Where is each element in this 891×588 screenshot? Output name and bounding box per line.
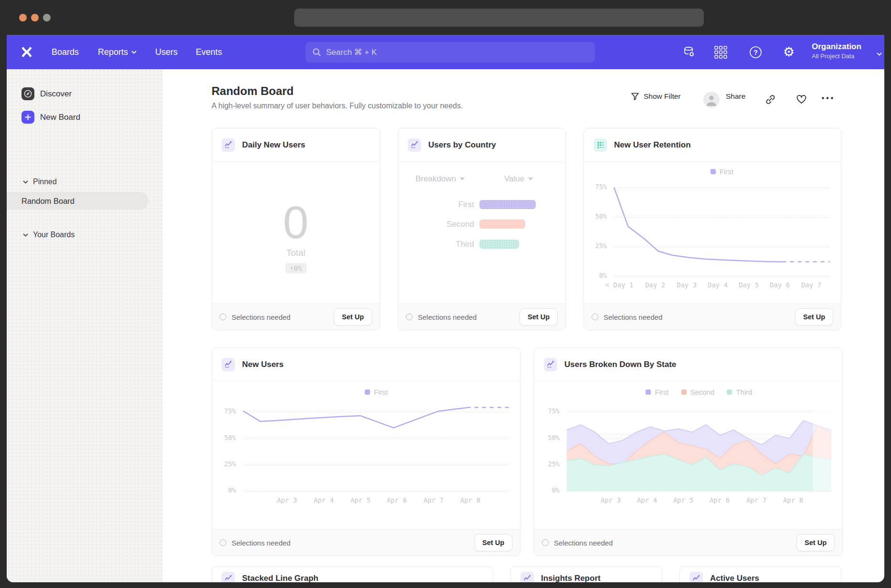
org-scope: All Project Data xyxy=(812,52,861,60)
legend-item: First xyxy=(365,388,388,396)
legend-swatch xyxy=(727,389,732,395)
x-tick: Apr 3 xyxy=(277,496,297,504)
bar-row-label: Second xyxy=(417,220,474,229)
set-up-button[interactable]: Set Up xyxy=(796,534,835,551)
line-chart-icon xyxy=(520,572,534,582)
dropdown-label: Breakdown xyxy=(415,174,456,184)
card-title: Stacked Line Graph xyxy=(242,574,318,582)
database-gear-icon xyxy=(683,46,695,58)
legend-swatch xyxy=(646,389,651,395)
bar-first xyxy=(479,200,536,209)
card-title: Users by Country xyxy=(428,140,496,150)
apps-grid-icon[interactable] xyxy=(714,45,727,59)
status-circle-icon xyxy=(592,314,598,320)
sidebar-item-new-board[interactable]: New Board xyxy=(21,111,80,124)
set-up-button[interactable]: Set Up xyxy=(474,534,512,551)
y-tick: 0% xyxy=(534,486,560,494)
browser-address-bar[interactable] xyxy=(294,9,704,27)
more-options-icon[interactable] xyxy=(821,96,834,100)
set-up-button[interactable]: Set Up xyxy=(795,308,833,326)
page-subtitle: A high-level summary of user behaviors. … xyxy=(212,102,463,110)
y-tick: 25% xyxy=(584,242,607,250)
breakdown-dropdown[interactable]: Breakdown xyxy=(415,174,465,184)
x-tick: Apr 5 xyxy=(350,496,371,504)
card-title: Insights Report xyxy=(541,574,601,582)
favorite-heart-icon[interactable] xyxy=(796,94,807,104)
set-up-button[interactable]: Set Up xyxy=(520,308,558,326)
show-filter-button[interactable]: Show Filter xyxy=(631,92,681,101)
status-text: Selections needed xyxy=(604,313,662,321)
bar-row-label: Third xyxy=(417,240,474,249)
nav-item-events[interactable]: Events xyxy=(196,35,222,69)
sidebar-section-your-boards[interactable]: Your Boards xyxy=(23,231,74,239)
sidebar-section-pinned[interactable]: Pinned xyxy=(23,178,57,186)
card-title: Active Users xyxy=(710,574,759,582)
card-header: New User Retention xyxy=(584,128,841,162)
line-chart-icon xyxy=(544,358,557,371)
card-title: New Users xyxy=(242,360,284,369)
data-management-icon[interactable] xyxy=(682,45,696,59)
sidebar-section-label: Your Boards xyxy=(33,231,74,239)
y-tick: 0% xyxy=(584,272,607,279)
status-circle-icon xyxy=(406,314,413,320)
status-circle-icon xyxy=(220,314,226,320)
gridline xyxy=(243,491,509,492)
search-input[interactable]: Search ⌘ + K xyxy=(306,42,595,63)
card-footer: Selections needed Set Up xyxy=(212,529,520,556)
nav-item-label: Boards xyxy=(52,47,79,57)
person-icon xyxy=(703,92,720,108)
svg-text:?: ? xyxy=(753,48,758,56)
plus-icon xyxy=(21,111,34,124)
set-up-button[interactable]: Set Up xyxy=(334,308,372,326)
card-header: Users Broken Down By State xyxy=(534,348,842,381)
card-users-by-country: Users by Country Breakdown Value First S… xyxy=(398,128,566,330)
y-tick: 75% xyxy=(212,407,236,415)
y-tick: 0% xyxy=(212,486,236,494)
mixpanel-logo-icon xyxy=(20,45,33,59)
y-tick: 25% xyxy=(212,460,236,468)
card-header: Active Users xyxy=(680,567,841,582)
x-tick: Apr 6 xyxy=(710,496,730,504)
sidebar-item-random-board[interactable]: Random Board xyxy=(7,192,148,210)
help-icon[interactable]: ? xyxy=(749,45,762,59)
x-tick: Day 2 xyxy=(645,281,665,289)
avatar[interactable] xyxy=(703,92,720,108)
card-active-users: Active Users xyxy=(679,566,841,582)
x-tick: Apr 4 xyxy=(637,496,657,504)
chevron-down-icon xyxy=(23,180,28,184)
nav-item-boards[interactable]: Boards xyxy=(52,35,79,69)
card-stacked-line-graph: Stacked Line Graph xyxy=(212,566,493,582)
app-window: Boards Reports Users Events Search ⌘ + K xyxy=(7,35,884,582)
x-tick: Day 5 xyxy=(739,281,759,289)
copy-link-icon[interactable] xyxy=(765,94,776,105)
line-chart-icon xyxy=(222,572,235,582)
sidebar-item-discover[interactable]: Discover xyxy=(21,87,72,100)
org-switcher[interactable]: Organization All Project Data xyxy=(812,41,861,60)
status-text: Selections needed xyxy=(232,539,290,547)
nav-item-users[interactable]: Users xyxy=(155,35,178,69)
card-header: Users by Country xyxy=(398,128,565,162)
chevron-down-icon xyxy=(528,178,533,180)
gridline xyxy=(614,276,830,276)
share-button[interactable]: Share xyxy=(726,92,745,101)
legend-item: Second xyxy=(681,388,715,396)
chevron-down-icon[interactable] xyxy=(877,49,882,58)
window-zoom-button[interactable] xyxy=(43,14,51,21)
chevron-down-icon xyxy=(460,178,465,180)
card-daily-new-users: Daily New Users 0 Total ↑0% Selections n… xyxy=(212,128,380,330)
legend-swatch xyxy=(681,389,687,395)
settings-gear-icon[interactable]: ⚙ xyxy=(782,45,796,59)
x-tick: Apr 4 xyxy=(314,496,334,504)
nav-item-reports[interactable]: Reports xyxy=(98,35,137,69)
bar-second xyxy=(479,220,525,229)
line-chart-icon xyxy=(689,572,703,582)
card-header: Stacked Line Graph xyxy=(212,567,493,582)
x-tick: Apr 7 xyxy=(424,496,444,504)
window-minimize-button[interactable] xyxy=(31,14,39,21)
mixpanel-logo-icon[interactable] xyxy=(20,45,33,59)
search-icon xyxy=(312,48,321,57)
status-text: Selections needed xyxy=(232,313,290,321)
window-close-button[interactable] xyxy=(19,14,27,21)
value-dropdown[interactable]: Value xyxy=(504,174,533,184)
gridline xyxy=(567,491,831,492)
